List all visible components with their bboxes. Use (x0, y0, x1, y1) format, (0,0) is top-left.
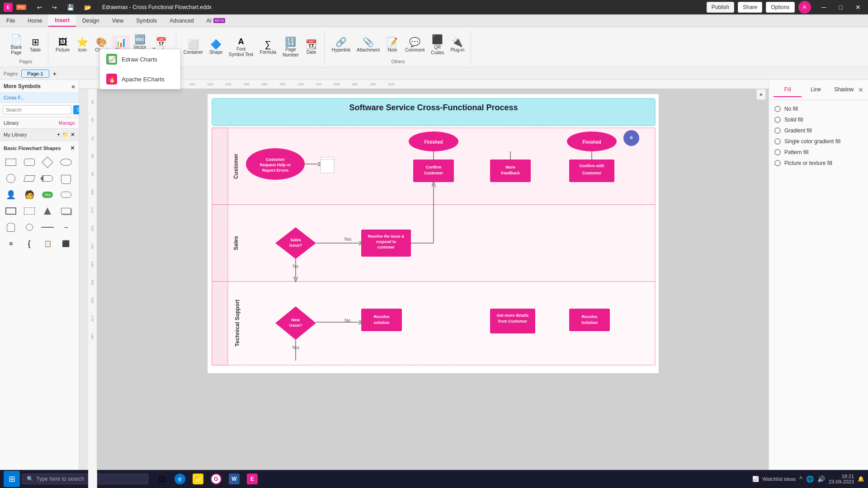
date-icon: 📆 (306, 40, 317, 49)
hyperlink-btn[interactable]: 🔗 Hyperlink (329, 36, 354, 55)
note-btn[interactable]: 📝 Note (383, 36, 401, 55)
shape-small-circle[interactable] (22, 220, 37, 235)
shape-parallelogram[interactable] (22, 171, 37, 186)
shape-diamond[interactable] (40, 155, 55, 169)
start-button[interactable]: ⊞ (4, 471, 20, 487)
diagram-viewport[interactable]: Software Service Cross-Functional Proces… (97, 89, 769, 488)
shape-process-list[interactable]: ≡ (4, 236, 18, 251)
fill-option-none[interactable]: No fill (774, 106, 863, 112)
shape-rounded[interactable] (59, 188, 73, 202)
picture-btn[interactable]: 🖼 Picture (53, 36, 72, 55)
shape-oval[interactable] (4, 171, 18, 186)
add-folder-btn[interactable]: 📁 (62, 131, 69, 138)
blank-page-btn[interactable]: 📄 BlankPage (7, 33, 25, 57)
shape-doc[interactable] (59, 171, 73, 186)
container-btn[interactable]: ⬜ Container (181, 38, 206, 57)
close-btn[interactable]: ✕ (852, 4, 864, 11)
shape-tag[interactable] (40, 171, 55, 186)
network-icon[interactable]: 🌐 (806, 475, 814, 483)
fill-option-picture[interactable]: Picture or texture fill (774, 160, 863, 166)
taskbar-app-chrome[interactable]: G (208, 471, 224, 487)
shape-rect-thick[interactable] (4, 204, 18, 218)
add-page-btn[interactable]: + (53, 70, 57, 77)
taskbar-app-edraw[interactable]: E (244, 471, 260, 487)
close-right-panel-btn[interactable]: ✕ (858, 86, 863, 94)
line-tab[interactable]: Line (802, 83, 830, 97)
volume-icon[interactable]: 🔊 (817, 475, 825, 483)
shadow-tab[interactable]: Shadow (830, 83, 858, 97)
date-btn[interactable]: 📆 Date (302, 38, 321, 57)
vector-text-icon: 🔤 (134, 35, 146, 44)
tab-home[interactable]: Home (21, 14, 48, 27)
shape-rectangle[interactable] (4, 155, 18, 169)
taskbar-app-taskview[interactable]: ⊡ (154, 471, 170, 487)
font-symbol-btn[interactable]: A FontSymbol Text (226, 36, 256, 59)
redo-btn[interactable]: ↪ (48, 4, 61, 11)
fill-option-gradient[interactable]: Gradient fill (774, 127, 863, 134)
close-library-btn[interactable]: ✕ (71, 131, 75, 138)
right-panel-toggle[interactable]: » (756, 89, 766, 100)
fill-option-single-gradient[interactable]: Single color gradient fill (774, 138, 863, 145)
search-input[interactable] (3, 105, 71, 114)
watchlist-icon[interactable]: 📈 (752, 476, 759, 482)
shape-person[interactable]: 👤 (4, 188, 18, 202)
share-btn[interactable]: Share (738, 2, 762, 13)
minimize-btn[interactable]: ─ (818, 4, 830, 11)
options-btn[interactable]: Options (766, 2, 794, 13)
formula-btn[interactable]: ∑ Formula (257, 38, 279, 57)
fill-option-pattern[interactable]: Pattern fill (774, 149, 863, 155)
shape-note-shape[interactable]: 📋 (40, 236, 55, 251)
icon-btn[interactable]: ⭐ Icon (73, 36, 91, 55)
ruler-mark: 320 (382, 82, 400, 86)
collapse-panel-btn[interactable]: « (71, 83, 75, 90)
edraw-charts-item[interactable]: 📈 Edraw Charts (100, 49, 180, 69)
shape-double-rect[interactable] (59, 204, 73, 218)
tab-symbols[interactable]: Symbols (130, 14, 163, 27)
taskbar-app-explorer[interactable]: 📁 (190, 471, 206, 487)
add-library-btn[interactable]: + (57, 131, 60, 138)
attachment-btn[interactable]: 📎 Attachment (354, 36, 382, 55)
table-btn[interactable]: ⊞ Table (26, 36, 44, 55)
shape-cylinder[interactable] (4, 220, 18, 235)
comment-btn[interactable]: 💬 Comment (402, 36, 427, 55)
system-tray[interactable]: ^ (799, 475, 802, 483)
tab-ai[interactable]: AI BETA (200, 14, 232, 27)
taskbar-app-edge[interactable]: e (172, 471, 188, 487)
shape-arrow[interactable]: → (59, 220, 73, 235)
tab-design[interactable]: Design (76, 14, 105, 27)
undo-btn[interactable]: ↩ (33, 4, 46, 11)
shape-line[interactable] (40, 220, 55, 235)
apache-echarts-item[interactable]: 🔥 Apache ECharts (100, 69, 180, 89)
taskbar-search[interactable]: 🔍 Type here to search (22, 474, 148, 484)
page-number-btn[interactable]: 🔢 PageNumber (280, 35, 302, 60)
svg-text:Feedback: Feedback (501, 171, 520, 175)
fill-tab[interactable]: Fill (774, 83, 802, 97)
shape-round-rect[interactable] (22, 155, 37, 169)
maximize-btn[interactable]: □ (835, 4, 846, 11)
tab-file[interactable]: File (0, 14, 21, 27)
shape-more[interactable]: ⬛ (59, 236, 73, 251)
plugin-btn[interactable]: 🔌 Plug-in (448, 36, 467, 55)
shape-yes-badge[interactable]: Yes (40, 188, 55, 202)
taskbar-app-word[interactable]: W (226, 471, 242, 487)
shape-ellipse[interactable] (59, 155, 73, 169)
breadcrumb-item[interactable]: Cross F... (0, 93, 79, 103)
tab-insert[interactable]: Insert (48, 14, 76, 27)
shape-dashed-rect[interactable] (22, 204, 37, 218)
shape-btn[interactable]: 🔷 Shape (207, 38, 225, 57)
user-avatar[interactable]: A (798, 1, 811, 14)
fill-option-solid[interactable]: Solid fill (774, 117, 863, 123)
notification-icon[interactable]: 🔔 (858, 476, 864, 482)
tab-view[interactable]: View (105, 14, 130, 27)
tab-advanced[interactable]: Advanced (163, 14, 200, 27)
manage-link[interactable]: Manage (59, 121, 75, 126)
page-tab-1[interactable]: Page-1 (21, 70, 49, 78)
publish-btn[interactable]: Publish (707, 2, 734, 13)
shape-curly-brace[interactable]: { (22, 236, 37, 251)
shape-person-outline[interactable]: 🧑 (22, 188, 37, 202)
open-btn[interactable]: 📂 (80, 4, 95, 11)
shape-trapezoid[interactable] (40, 204, 55, 218)
close-shapes-btn[interactable]: ✕ (70, 145, 75, 151)
qr-codes-btn[interactable]: ⬛ QRCodes (428, 33, 447, 57)
save-btn[interactable]: 💾 (63, 4, 78, 11)
